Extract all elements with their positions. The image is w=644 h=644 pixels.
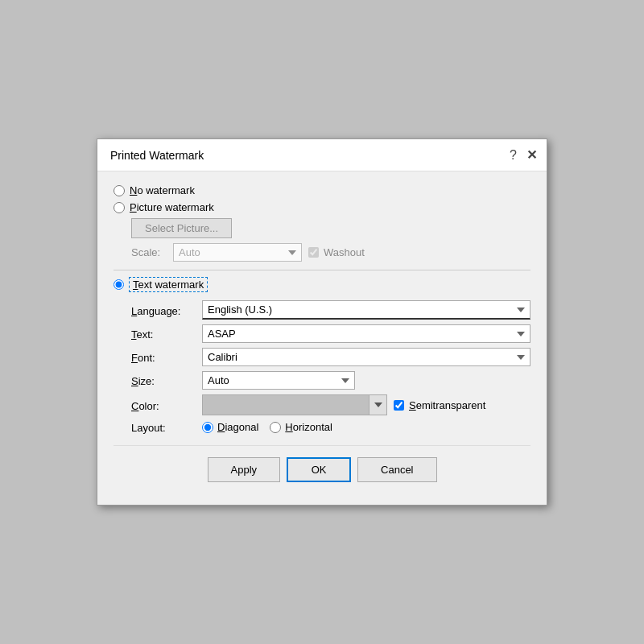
diagonal-radio[interactable] xyxy=(202,422,213,433)
horizontal-radio[interactable] xyxy=(270,422,281,433)
help-button[interactable]: ? xyxy=(510,148,517,163)
no-watermark-label[interactable]: No watermark xyxy=(130,184,195,196)
layout-label-cell: Layout: xyxy=(131,420,196,434)
horizontal-option: Horizontal xyxy=(270,421,332,433)
font-label-cell: Font: xyxy=(131,348,196,366)
color-dropdown-button[interactable] xyxy=(369,395,386,415)
language-select[interactable]: English (U.S.) xyxy=(202,300,530,320)
font-select[interactable]: Calibri xyxy=(202,348,530,366)
diagonal-label[interactable]: Diagonal xyxy=(217,421,258,433)
size-label: Size: xyxy=(131,375,155,387)
picture-watermark-radio[interactable] xyxy=(114,202,125,213)
size-control: Auto xyxy=(202,371,530,390)
text-watermark-radio[interactable] xyxy=(114,279,124,290)
text-control: ASAP xyxy=(202,324,530,343)
chevron-down-icon xyxy=(374,402,382,407)
scale-row: Scale: Auto Washout xyxy=(131,243,530,262)
size-label-cell: Size: xyxy=(131,371,196,390)
language-label: Language: xyxy=(131,305,180,317)
washout-label[interactable]: Washout xyxy=(324,246,365,258)
scale-select[interactable]: Auto xyxy=(173,243,302,262)
text-watermark-form: Language: English (U.S.) Text: ASAP xyxy=(131,300,530,434)
language-control: English (U.S.) xyxy=(202,300,530,320)
color-label-cell: Color: xyxy=(131,394,196,415)
dialog-body: No watermark Picture watermark Select Pi… xyxy=(97,171,547,505)
color-swatch xyxy=(203,395,369,415)
text-watermark-radio-row: Text watermark xyxy=(114,277,530,292)
picture-controls: Select Picture... Scale: Auto Washout xyxy=(131,218,530,262)
dialog-buttons: Apply OK Cancel xyxy=(114,445,530,495)
washout-row: Washout xyxy=(308,246,365,258)
semitransparent-label[interactable]: Semitransparent xyxy=(409,399,485,411)
color-control: Semitransparent xyxy=(202,394,530,415)
font-label: Font: xyxy=(131,352,155,364)
color-picker[interactable] xyxy=(202,394,387,415)
layout-label: Layout: xyxy=(131,422,166,434)
title-bar-controls: ? ✕ xyxy=(510,147,537,163)
no-watermark-radio[interactable] xyxy=(114,185,125,196)
select-picture-button[interactable]: Select Picture... xyxy=(131,218,232,238)
apply-button[interactable]: Apply xyxy=(208,457,281,482)
washout-checkbox[interactable] xyxy=(308,247,319,258)
divider xyxy=(114,270,530,270)
color-label: Color: xyxy=(131,400,159,412)
cancel-button[interactable]: Cancel xyxy=(357,457,436,482)
close-button[interactable]: ✕ xyxy=(526,147,537,163)
picture-watermark-label[interactable]: Picture watermark xyxy=(130,201,214,213)
text-watermark-section: Text watermark Language: English (U.S.) … xyxy=(114,277,530,434)
font-control: Calibri xyxy=(202,348,530,366)
text-select[interactable]: ASAP xyxy=(202,324,530,343)
picture-watermark-row: Picture watermark xyxy=(114,201,530,213)
text-label: Text: xyxy=(131,328,153,341)
semitransparent-row: Semitransparent xyxy=(394,399,485,411)
printed-watermark-dialog: Printed Watermark ? ✕ No watermark Pictu… xyxy=(97,138,547,506)
text-label-cell: Text: xyxy=(131,324,196,343)
language-label-cell: Language: xyxy=(131,300,196,320)
horizontal-label[interactable]: Horizontal xyxy=(285,421,332,433)
layout-control: Diagonal Horizontal xyxy=(202,420,530,434)
text-watermark-label[interactable]: Text watermark xyxy=(129,277,208,292)
scale-label: Scale: xyxy=(131,246,167,258)
semitransparent-checkbox[interactable] xyxy=(394,400,404,411)
size-select[interactable]: Auto xyxy=(202,371,355,390)
diagonal-option: Diagonal xyxy=(202,421,258,433)
no-watermark-row: No watermark xyxy=(114,184,530,196)
dialog-title: Printed Watermark xyxy=(110,149,204,162)
title-bar: Printed Watermark ? ✕ xyxy=(97,139,547,171)
ok-button[interactable]: OK xyxy=(287,457,351,482)
